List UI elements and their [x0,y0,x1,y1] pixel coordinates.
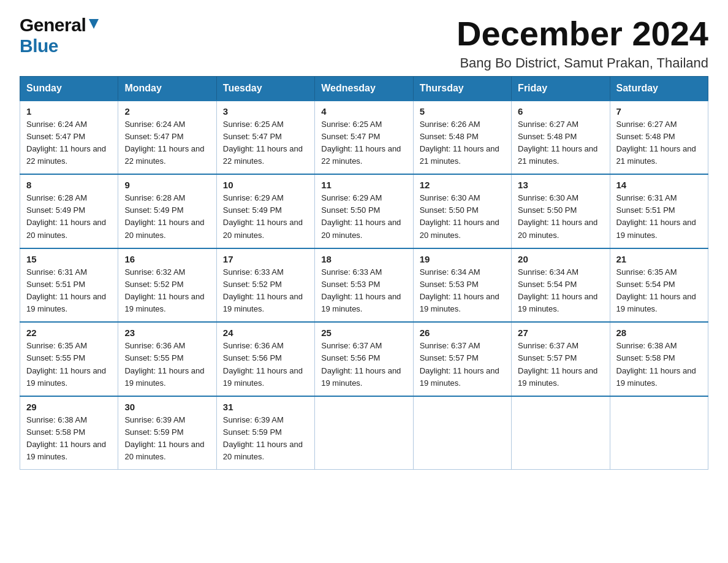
calendar-week-row: 29 Sunrise: 6:38 AMSunset: 5:58 PMDaylig… [20,396,708,470]
day-info: Sunrise: 6:31 AMSunset: 5:51 PMDaylight:… [26,267,106,313]
day-cell: 16 Sunrise: 6:32 AMSunset: 5:52 PMDaylig… [118,248,216,323]
day-cell: 29 Sunrise: 6:38 AMSunset: 5:58 PMDaylig… [20,396,118,470]
day-cell: 7 Sunrise: 6:27 AMSunset: 5:48 PMDayligh… [610,101,708,175]
day-info: Sunrise: 6:35 AMSunset: 5:55 PMDaylight:… [26,341,106,387]
day-cell: 2 Sunrise: 6:24 AMSunset: 5:47 PMDayligh… [118,101,216,175]
day-number: 11 [321,180,406,190]
empty-day-cell [512,396,610,470]
day-number: 5 [420,106,505,117]
logo: General Blue [20,15,100,56]
day-info: Sunrise: 6:34 AMSunset: 5:53 PMDaylight:… [420,267,499,313]
title-block: December 2024 Bang Bo District, Samut Pr… [457,15,708,71]
empty-day-cell [413,396,511,470]
day-info: Sunrise: 6:38 AMSunset: 5:58 PMDaylight:… [616,341,696,387]
day-cell: 19 Sunrise: 6:34 AMSunset: 5:53 PMDaylig… [413,248,511,323]
day-info: Sunrise: 6:37 AMSunset: 5:57 PMDaylight:… [518,341,597,387]
day-number: 26 [420,327,505,338]
day-info: Sunrise: 6:33 AMSunset: 5:53 PMDaylight:… [321,267,401,313]
day-number: 25 [321,327,406,338]
day-cell: 14 Sunrise: 6:31 AMSunset: 5:51 PMDaylig… [610,174,708,248]
calendar-week-row: 8 Sunrise: 6:28 AMSunset: 5:49 PMDayligh… [20,174,708,248]
day-cell: 5 Sunrise: 6:26 AMSunset: 5:48 PMDayligh… [413,101,511,175]
day-number: 16 [124,254,210,264]
svg-marker-0 [89,19,99,29]
day-cell: 1 Sunrise: 6:24 AMSunset: 5:47 PMDayligh… [20,101,118,175]
day-number: 20 [518,254,603,264]
day-number: 7 [616,106,702,117]
day-number: 13 [518,180,603,190]
day-number: 28 [616,327,702,338]
day-number: 17 [223,254,308,264]
day-number: 8 [26,180,112,190]
day-number: 14 [616,180,702,190]
day-info: Sunrise: 6:34 AMSunset: 5:54 PMDaylight:… [518,267,597,313]
day-info: Sunrise: 6:30 AMSunset: 5:50 PMDaylight:… [420,193,499,239]
calendar-location: Bang Bo District, Samut Prakan, Thailand [457,55,708,71]
col-friday: Friday [512,76,610,101]
day-info: Sunrise: 6:29 AMSunset: 5:50 PMDaylight:… [321,193,401,239]
day-cell: 11 Sunrise: 6:29 AMSunset: 5:50 PMDaylig… [315,174,413,248]
day-number: 6 [518,106,603,117]
col-sunday: Sunday [20,76,118,101]
day-info: Sunrise: 6:36 AMSunset: 5:56 PMDaylight:… [223,341,303,387]
calendar-table: Sunday Monday Tuesday Wednesday Thursday… [20,76,708,470]
day-cell: 31 Sunrise: 6:39 AMSunset: 5:59 PMDaylig… [216,396,314,470]
calendar-week-row: 22 Sunrise: 6:35 AMSunset: 5:55 PMDaylig… [20,322,708,396]
day-info: Sunrise: 6:29 AMSunset: 5:49 PMDaylight:… [223,193,303,239]
day-info: Sunrise: 6:27 AMSunset: 5:48 PMDaylight:… [616,120,696,166]
day-cell: 23 Sunrise: 6:36 AMSunset: 5:55 PMDaylig… [118,322,216,396]
day-cell: 8 Sunrise: 6:28 AMSunset: 5:49 PMDayligh… [20,174,118,248]
day-number: 21 [616,254,702,264]
day-info: Sunrise: 6:24 AMSunset: 5:47 PMDaylight:… [124,120,204,166]
day-cell: 20 Sunrise: 6:34 AMSunset: 5:54 PMDaylig… [512,248,610,323]
day-cell: 22 Sunrise: 6:35 AMSunset: 5:55 PMDaylig… [20,322,118,396]
empty-day-cell [315,396,413,470]
logo-triangle-icon [87,17,100,30]
day-info: Sunrise: 6:36 AMSunset: 5:55 PMDaylight:… [124,341,204,387]
day-cell: 26 Sunrise: 6:37 AMSunset: 5:57 PMDaylig… [413,322,511,396]
day-number: 9 [124,180,210,190]
day-info: Sunrise: 6:33 AMSunset: 5:52 PMDaylight:… [223,267,303,313]
day-info: Sunrise: 6:39 AMSunset: 5:59 PMDaylight:… [124,415,204,461]
day-info: Sunrise: 6:26 AMSunset: 5:48 PMDaylight:… [420,120,499,166]
day-cell: 4 Sunrise: 6:25 AMSunset: 5:47 PMDayligh… [315,101,413,175]
day-info: Sunrise: 6:28 AMSunset: 5:49 PMDaylight:… [124,193,204,239]
calendar-header-row: Sunday Monday Tuesday Wednesday Thursday… [20,76,708,101]
day-info: Sunrise: 6:27 AMSunset: 5:48 PMDaylight:… [518,120,597,166]
day-info: Sunrise: 6:30 AMSunset: 5:50 PMDaylight:… [518,193,597,239]
day-number: 18 [321,254,406,264]
day-number: 22 [26,327,112,338]
day-number: 10 [223,180,308,190]
day-cell: 28 Sunrise: 6:38 AMSunset: 5:58 PMDaylig… [610,322,708,396]
logo-general-text: General [20,15,86,36]
day-info: Sunrise: 6:32 AMSunset: 5:52 PMDaylight:… [124,267,204,313]
col-monday: Monday [118,76,216,101]
day-info: Sunrise: 6:39 AMSunset: 5:59 PMDaylight:… [223,415,303,461]
day-info: Sunrise: 6:28 AMSunset: 5:49 PMDaylight:… [26,193,106,239]
calendar-title: December 2024 [457,15,708,53]
day-cell: 9 Sunrise: 6:28 AMSunset: 5:49 PMDayligh… [118,174,216,248]
page-header: General Blue December 2024 Bang Bo Distr… [20,15,708,71]
day-cell: 3 Sunrise: 6:25 AMSunset: 5:47 PMDayligh… [216,101,314,175]
day-cell: 18 Sunrise: 6:33 AMSunset: 5:53 PMDaylig… [315,248,413,323]
day-cell: 30 Sunrise: 6:39 AMSunset: 5:59 PMDaylig… [118,396,216,470]
day-number: 12 [420,180,505,190]
day-number: 31 [223,402,308,412]
day-number: 2 [124,106,210,117]
day-info: Sunrise: 6:25 AMSunset: 5:47 PMDaylight:… [223,120,303,166]
day-number: 15 [26,254,112,264]
calendar-week-row: 15 Sunrise: 6:31 AMSunset: 5:51 PMDaylig… [20,248,708,323]
day-cell: 25 Sunrise: 6:37 AMSunset: 5:56 PMDaylig… [315,322,413,396]
day-number: 30 [124,402,210,412]
day-number: 19 [420,254,505,264]
day-info: Sunrise: 6:31 AMSunset: 5:51 PMDaylight:… [616,193,696,239]
day-info: Sunrise: 6:38 AMSunset: 5:58 PMDaylight:… [26,415,106,461]
day-cell: 17 Sunrise: 6:33 AMSunset: 5:52 PMDaylig… [216,248,314,323]
day-cell: 27 Sunrise: 6:37 AMSunset: 5:57 PMDaylig… [512,322,610,396]
day-cell: 13 Sunrise: 6:30 AMSunset: 5:50 PMDaylig… [512,174,610,248]
day-number: 24 [223,327,308,338]
col-thursday: Thursday [413,76,511,101]
day-number: 27 [518,327,603,338]
day-number: 29 [26,402,112,412]
col-wednesday: Wednesday [315,76,413,101]
